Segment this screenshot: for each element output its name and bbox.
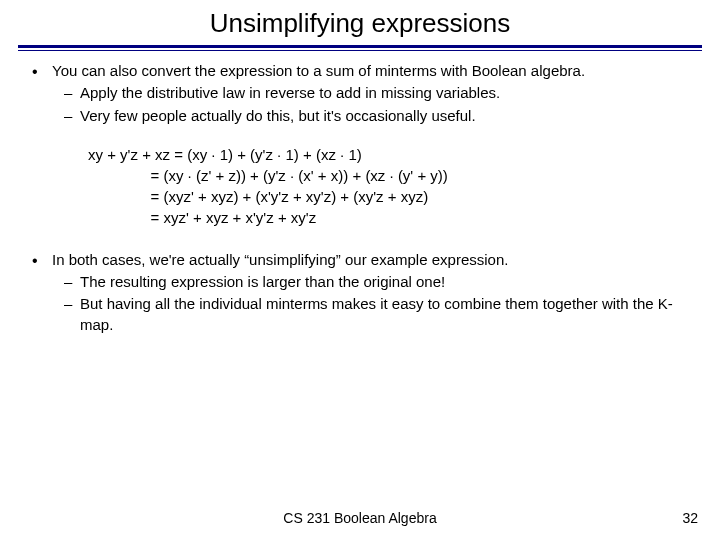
content-area: You can also convert the expression to a… xyxy=(0,51,720,335)
bullet-2-sub-2: But having all the individual minterms m… xyxy=(52,294,692,335)
equation-lhs: xy + y'z + xz xyxy=(88,144,174,165)
equation-block: xy + y'z + xz = (xy ∙ 1) + (y'z ∙ 1) + (… xyxy=(88,144,692,228)
footer-course: CS 231 Boolean Algebra xyxy=(0,510,720,526)
bullet-1-sub-1: Apply the distributive law in reverse to… xyxy=(52,83,692,103)
slide: Unsimplifying expressions You can also c… xyxy=(0,0,720,540)
equation-pad-4 xyxy=(88,207,151,228)
bullet-1-text: You can also convert the expression to a… xyxy=(52,62,585,79)
equation-pad-3 xyxy=(88,186,151,207)
bullet-2: In both cases, we're actually “unsimplif… xyxy=(28,250,692,335)
page-title: Unsimplifying expressions xyxy=(0,0,720,43)
equation-line-1: = (xy ∙ 1) + (y'z ∙ 1) + (xz ∙ 1) xyxy=(174,144,362,165)
bullet-2-text: In both cases, we're actually “unsimplif… xyxy=(52,251,508,268)
bullet-2-sub-1: The resulting expression is larger than … xyxy=(52,272,692,292)
footer-page-number: 32 xyxy=(682,510,698,526)
bullet-1-sub-2: Very few people actually do this, but it… xyxy=(52,106,692,126)
equation-line-3: = (xyz' + xyz) + (x'y'z + xy'z) + (xy'z … xyxy=(151,186,429,207)
equation-pad-2 xyxy=(88,165,151,186)
bullet-1: You can also convert the expression to a… xyxy=(28,61,692,126)
equation-line-2: = (xy ∙ (z' + z)) + (y'z ∙ (x' + x)) + (… xyxy=(151,165,448,186)
equation-line-4: = xyz' + xyz + x'y'z + xy'z xyxy=(151,207,317,228)
